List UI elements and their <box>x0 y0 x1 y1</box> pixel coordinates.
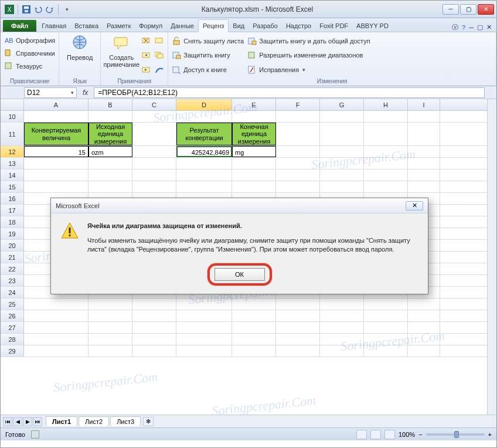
cell-H26[interactable] <box>364 310 408 321</box>
cell-I12[interactable] <box>408 146 440 157</box>
cell-H25[interactable] <box>364 298 408 310</box>
col-header-C[interactable]: C <box>132 99 176 110</box>
cell-I20[interactable] <box>408 240 440 251</box>
cell-B19[interactable] <box>88 228 132 239</box>
help-icon[interactable]: ? <box>462 24 465 31</box>
cell-E22[interactable] <box>232 263 276 274</box>
cell-E14[interactable] <box>232 169 276 181</box>
row-header-29[interactable]: 29 <box>1 345 24 357</box>
worksheet-grid[interactable]: ABCDEFGHI 1011Конвертируемая величинаИсх… <box>1 99 496 415</box>
row-header-19[interactable]: 19 <box>1 228 24 239</box>
tab-developer[interactable]: Разрабо <box>249 20 282 32</box>
cell-F28[interactable] <box>276 334 320 345</box>
cell-E20[interactable] <box>232 240 276 251</box>
cell-B17[interactable] <box>88 205 132 216</box>
cell-H19[interactable] <box>364 228 408 239</box>
cell-A22[interactable] <box>24 263 88 274</box>
cell-E25[interactable] <box>232 298 276 310</box>
tab-home[interactable]: Главная <box>38 20 70 32</box>
sheet-tab-1[interactable]: Лист1 <box>46 416 77 426</box>
cell-E18[interactable] <box>232 216 276 228</box>
cell-H10[interactable] <box>364 111 408 122</box>
cell-A12[interactable]: 15 <box>24 146 88 157</box>
cell-H23[interactable] <box>364 275 408 286</box>
row-header-23[interactable]: 23 <box>1 275 24 286</box>
cell-F11[interactable] <box>276 123 320 145</box>
cell-D15[interactable] <box>176 181 232 192</box>
col-header-D[interactable]: D <box>176 99 232 110</box>
research-button[interactable]: Справочники <box>4 47 55 60</box>
share-workbook-button[interactable]: Доступ к книге <box>172 63 244 76</box>
row-header-10[interactable]: 10 <box>1 111 24 122</box>
track-changes-button[interactable]: Исправления▾ <box>247 63 370 76</box>
cell-A10[interactable] <box>24 111 88 122</box>
tab-foxit[interactable]: Foxit PDF <box>315 20 352 32</box>
cell-C22[interactable] <box>132 263 176 274</box>
cell-D24[interactable] <box>176 287 232 298</box>
workbook-minimize-icon[interactable]: ─ <box>469 24 474 31</box>
cell-G13[interactable] <box>320 158 364 169</box>
maximize-button[interactable]: ▢ <box>460 4 476 15</box>
cell-G20[interactable] <box>320 240 364 251</box>
tab-addins[interactable]: Надстро <box>282 20 315 32</box>
cell-F25[interactable] <box>276 298 320 310</box>
cell-I26[interactable] <box>408 310 440 321</box>
cell-C25[interactable] <box>132 298 176 310</box>
cell-B23[interactable] <box>88 275 132 286</box>
cell-F13[interactable] <box>276 158 320 169</box>
cell-H11[interactable] <box>364 123 408 145</box>
row-header-25[interactable]: 25 <box>1 298 24 310</box>
view-pagelayout-icon[interactable] <box>370 430 381 439</box>
cell-B29[interactable] <box>88 345 132 357</box>
cell-G22[interactable] <box>320 263 364 274</box>
cell-E27[interactable] <box>232 322 276 333</box>
ribbon-minimize-icon[interactable]: ⓥ <box>452 23 458 32</box>
cell-C19[interactable] <box>132 228 176 239</box>
cell-B28[interactable] <box>88 334 132 345</box>
row-header-27[interactable]: 27 <box>1 322 24 333</box>
cell-A25[interactable] <box>24 298 88 310</box>
sheet-tab-3[interactable]: Лист3 <box>110 416 141 426</box>
cell-D14[interactable] <box>176 169 232 181</box>
cell-F20[interactable] <box>276 240 320 251</box>
cell-C23[interactable] <box>132 275 176 286</box>
cell-F10[interactable] <box>276 111 320 122</box>
protect-share-button[interactable]: Защитить книгу и дать общий доступ <box>247 35 370 47</box>
save-icon[interactable] <box>21 4 32 15</box>
row-header-20[interactable]: 20 <box>1 240 24 251</box>
cell-B14[interactable] <box>88 169 132 181</box>
col-header-A[interactable]: A <box>24 99 88 110</box>
cell-G15[interactable] <box>320 181 364 192</box>
sheet-nav-prev[interactable]: ◀ <box>13 417 22 426</box>
cell-B16[interactable] <box>88 193 132 204</box>
name-box[interactable]: D12▾ <box>24 87 77 98</box>
cell-A28[interactable] <box>24 334 88 345</box>
cell-B27[interactable] <box>88 322 132 333</box>
redo-icon[interactable] <box>45 4 55 15</box>
cell-D27[interactable] <box>176 322 232 333</box>
cell-E21[interactable] <box>232 252 276 263</box>
cell-C14[interactable] <box>132 169 176 181</box>
row-header-16[interactable]: 16 <box>1 193 24 204</box>
sheet-nav-next[interactable]: ▶ <box>23 417 32 426</box>
cell-B24[interactable] <box>88 287 132 298</box>
cell-C20[interactable] <box>132 240 176 251</box>
cell-F17[interactable] <box>276 205 320 216</box>
cell-G14[interactable] <box>320 169 364 181</box>
cell-I17[interactable] <box>408 205 440 216</box>
cell-E17[interactable] <box>232 205 276 216</box>
cell-B26[interactable] <box>88 310 132 321</box>
cell-E13[interactable] <box>232 158 276 169</box>
cell-C21[interactable] <box>132 252 176 263</box>
cell-B11[interactable]: Исходная единица измерения <box>88 123 132 145</box>
cell-I16[interactable] <box>408 193 440 204</box>
cell-G25[interactable] <box>320 298 364 310</box>
cell-F21[interactable] <box>276 252 320 263</box>
cell-A11[interactable]: Конвертируемая величина <box>24 123 88 145</box>
cell-E11[interactable]: Конечная единица измерения <box>232 123 276 145</box>
cell-E12[interactable]: mg <box>232 146 276 157</box>
cell-A17[interactable] <box>24 205 88 216</box>
row-header-26[interactable]: 26 <box>1 310 24 321</box>
cell-F14[interactable] <box>276 169 320 181</box>
row-header-11[interactable]: 11 <box>1 123 24 145</box>
